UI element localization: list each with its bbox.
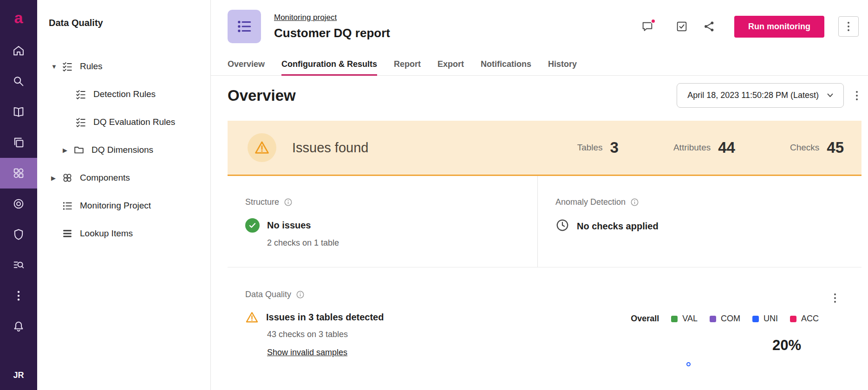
sidebar-item-dq-dimensions[interactable]: ▶ DQ Dimensions — [37, 136, 210, 164]
sidebar-item-detection-rules[interactable]: Detection Rules — [37, 80, 210, 108]
banner-title: Issues found — [292, 140, 368, 156]
sidebar-item-components[interactable]: ▶ Components — [37, 164, 210, 192]
info-icon[interactable] — [630, 198, 639, 207]
sidebar-tree: ▼ Rules Detection Rules DQ Evaluation Ru… — [37, 52, 210, 247]
tab-overview[interactable]: Overview — [228, 53, 265, 75]
tab-label: Overview — [228, 59, 265, 69]
caret-right-icon[interactable]: ▶ — [63, 147, 74, 154]
dq-card-kebab-menu-button[interactable] — [834, 293, 836, 303]
caret-right-icon[interactable]: ▶ — [51, 175, 62, 182]
rail-item-documents[interactable] — [0, 127, 37, 158]
kebab-menu-icon — [834, 293, 836, 303]
rail-item-notifications[interactable] — [0, 311, 37, 342]
page-title: Customer DQ report — [274, 26, 390, 40]
legend-swatch-val — [671, 316, 678, 322]
sidebar-item-monitoring-project[interactable]: Monitoring Project — [37, 192, 210, 220]
stat-label: Checks — [790, 143, 819, 153]
tab-label: Notifications — [481, 59, 531, 69]
sidebar-item-label: DQ Evaluation Rules — [93, 117, 175, 127]
components-icon — [62, 173, 72, 183]
overview-kebab-menu-button[interactable] — [856, 91, 858, 100]
tab-label: Export — [437, 59, 464, 69]
caret-down-icon[interactable]: ▼ — [51, 63, 62, 70]
chart-data-point-marker — [686, 362, 691, 366]
issues-found-banner: Issues found Tables 3 Attributes 44 Chec… — [228, 121, 861, 176]
rail-item-search[interactable] — [0, 66, 37, 97]
comment-notification-dot — [651, 19, 656, 24]
card-title: Anomaly Detection — [555, 197, 626, 207]
app-logo[interactable]: a — [0, 0, 37, 35]
header-text: Monitoring project Customer DQ report — [274, 13, 390, 40]
info-icon[interactable] — [296, 290, 305, 299]
legend-item-acc[interactable]: ACC — [790, 314, 819, 324]
tab-history[interactable]: History — [548, 53, 577, 75]
breadcrumb[interactable]: Monitoring project — [274, 13, 390, 22]
stat-value: 45 — [827, 139, 844, 156]
warning-triangle-icon — [254, 140, 270, 156]
tab-notifications[interactable]: Notifications — [481, 53, 531, 75]
rail-item-data-explorer[interactable] — [0, 250, 37, 280]
structure-status-row: No issues — [245, 218, 537, 233]
anomaly-status-text: No checks applied — [577, 221, 659, 232]
legend-item-com[interactable]: COM — [710, 314, 740, 324]
user-initials: JR — [13, 370, 24, 380]
notifications-bell-icon — [12, 320, 25, 333]
main-area: Monitoring project Customer DQ report Ru… — [211, 0, 868, 390]
header-actions: Run monitoring — [641, 16, 859, 38]
rail-item-monitoring[interactable] — [0, 188, 37, 219]
rail-item-home[interactable] — [0, 35, 37, 66]
success-check-icon — [245, 218, 260, 233]
legend-item-val[interactable]: VAL — [671, 314, 698, 324]
rail-item-governance[interactable] — [0, 219, 37, 250]
warning-badge — [248, 133, 276, 162]
structure-card-title-row: Structure — [245, 197, 537, 207]
run-date-value: April 18, 2023 11:50:28 PM (Latest) — [687, 91, 819, 100]
sidebar-item-lookup-items[interactable]: Lookup Items — [37, 220, 210, 247]
rail-item-knowledge-catalog[interactable] — [0, 97, 37, 127]
banner-stats: Tables 3 Attributes 44 Checks 45 — [577, 139, 844, 156]
anomaly-detection-card: Anomaly Detection No checks applied — [538, 176, 861, 267]
warning-triangle-icon — [245, 311, 259, 324]
stat-label: Tables — [577, 143, 603, 153]
sidebar-item-rules[interactable]: ▼ Rules — [37, 52, 210, 80]
rail-item-data-quality[interactable] — [0, 158, 37, 188]
legend-label: VAL — [682, 314, 698, 324]
documents-icon — [12, 136, 25, 149]
tab-configuration-results[interactable]: Configuration & Results — [281, 53, 377, 75]
card-title: Data Quality — [245, 290, 291, 299]
share-button[interactable] — [703, 20, 716, 33]
dq-legend: Overall VAL COM UNI ACC — [631, 314, 819, 324]
legend-swatch-uni — [752, 316, 759, 322]
header-kebab-menu-button[interactable] — [838, 16, 859, 37]
stat-value: 44 — [718, 139, 735, 156]
kebab-menu-icon — [856, 91, 858, 100]
more-icon — [12, 289, 25, 302]
share-icon — [703, 20, 716, 33]
checklist-icon — [62, 61, 72, 72]
data-explorer-icon — [12, 259, 25, 272]
rail-item-more[interactable] — [0, 280, 37, 311]
tab-export[interactable]: Export — [437, 53, 464, 75]
tab-report[interactable]: Report — [394, 53, 421, 75]
show-invalid-samples-link[interactable]: Show invalid samples — [267, 348, 347, 358]
user-avatar[interactable]: JR — [0, 360, 37, 390]
stat-label: Attributes — [673, 143, 711, 153]
page-header: Monitoring project Customer DQ report Ru… — [211, 0, 868, 53]
tab-label: History — [548, 59, 577, 69]
anomaly-status-row: No checks applied — [555, 218, 861, 234]
tasks-button[interactable] — [675, 20, 688, 33]
stat-attributes: Attributes 44 — [673, 139, 735, 156]
structure-card: Structure No issues 2 checks on 1 table — [228, 176, 538, 267]
run-monitoring-button[interactable]: Run monitoring — [734, 16, 824, 38]
sidebar-item-dq-evaluation-rules[interactable]: DQ Evaluation Rules — [37, 108, 210, 136]
structure-status-text: No issues — [267, 220, 311, 231]
comments-button[interactable] — [641, 20, 654, 33]
section-heading: Overview — [228, 87, 296, 104]
sidebar-title: Data Quality — [37, 18, 210, 28]
data-quality-icon — [12, 167, 25, 180]
run-date-selector[interactable]: April 18, 2023 11:50:28 PM (Latest) — [677, 83, 844, 108]
info-icon[interactable] — [284, 198, 293, 207]
sidebar-item-label: Components — [80, 173, 130, 183]
sidebar-item-label: Rules — [80, 61, 103, 72]
legend-item-uni[interactable]: UNI — [752, 314, 778, 324]
